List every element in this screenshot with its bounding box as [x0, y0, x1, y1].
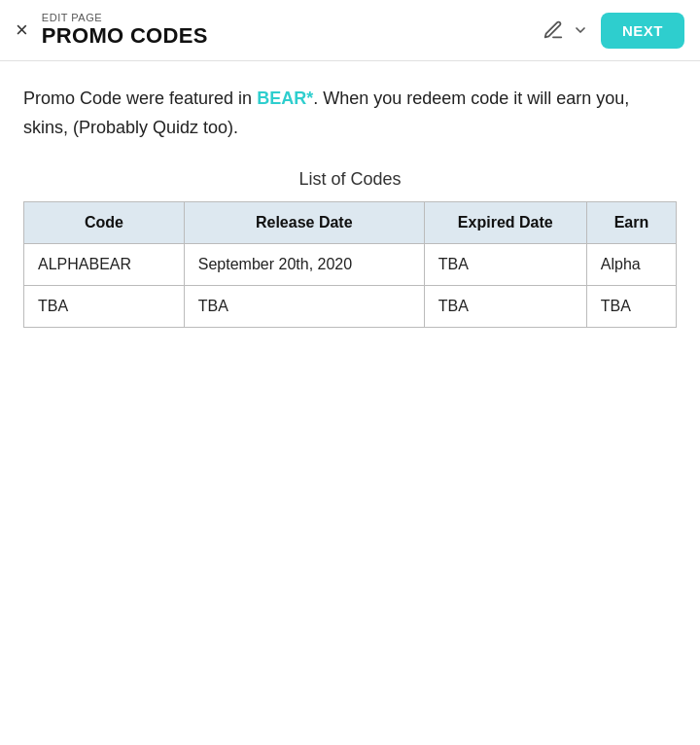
- page-title: PROMO CODES: [42, 23, 539, 49]
- col-earn: Earn: [586, 202, 676, 244]
- cell-expired-date: TBA: [424, 286, 586, 328]
- title-block: EDIT PAGE PROMO CODES: [42, 12, 539, 49]
- cell-code: TBA: [24, 286, 185, 328]
- col-code: Code: [24, 202, 185, 244]
- codes-table: Code Release Date Expired Date Earn ALPH…: [23, 201, 677, 328]
- cell-code: ALPHABEAR: [24, 244, 185, 286]
- chevron-down-icon[interactable]: [570, 19, 591, 41]
- description-text: Promo Code were featured in BEAR*. When …: [23, 85, 677, 142]
- edit-icon-group[interactable]: [539, 16, 591, 45]
- list-title: List of Codes: [23, 169, 677, 190]
- page-subtitle: EDIT PAGE: [42, 12, 539, 23]
- cell-earn: TBA: [586, 286, 676, 328]
- header-actions: NEXT: [539, 13, 684, 49]
- next-button[interactable]: NEXT: [601, 13, 684, 49]
- table-body: ALPHABEARSeptember 20th, 2020TBAAlphaTBA…: [24, 244, 677, 328]
- description-before: Promo Code were featured in: [23, 89, 257, 108]
- table-header: Code Release Date Expired Date Earn: [24, 202, 677, 244]
- table-header-row: Code Release Date Expired Date Earn: [24, 202, 677, 244]
- header: × EDIT PAGE PROMO CODES NEXT: [0, 0, 700, 61]
- col-expired-date: Expired Date: [424, 202, 586, 244]
- table-row: TBATBATBATBA: [24, 286, 677, 328]
- cell-earn: Alpha: [586, 244, 676, 286]
- brand-name: BEAR*: [257, 89, 313, 108]
- cell-release-date: TBA: [184, 286, 424, 328]
- close-button[interactable]: ×: [16, 18, 28, 43]
- cell-release-date: September 20th, 2020: [184, 244, 424, 286]
- col-release-date: Release Date: [184, 202, 424, 244]
- main-content: Promo Code were featured in BEAR*. When …: [0, 61, 700, 351]
- table-row: ALPHABEARSeptember 20th, 2020TBAAlpha: [24, 244, 677, 286]
- cell-expired-date: TBA: [424, 244, 586, 286]
- edit-icon[interactable]: [539, 16, 568, 45]
